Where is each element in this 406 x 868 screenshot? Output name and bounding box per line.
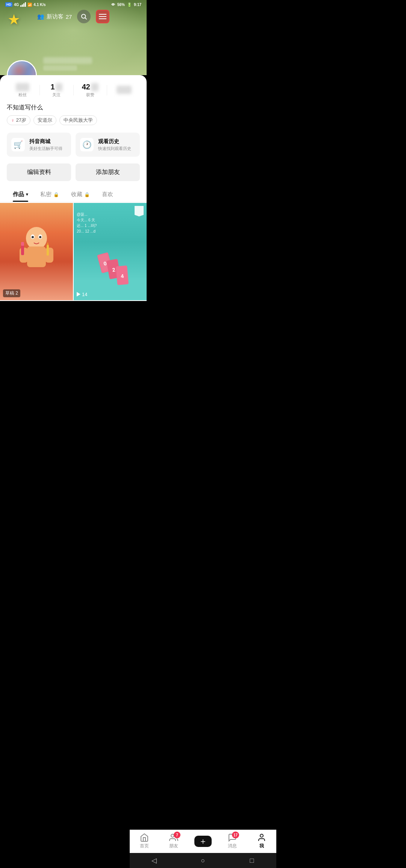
username-blurred xyxy=(43,57,92,64)
bio-text: 不知道写什么 xyxy=(7,104,140,112)
shop-action[interactable]: 🛒 抖音商城 美好生活触手可得 xyxy=(7,133,71,157)
tag-location[interactable]: 安道尔 xyxy=(33,115,56,125)
tab-works-label: 作品 xyxy=(13,191,24,198)
tab-likes-label: 喜欢 xyxy=(102,191,113,198)
tab-private[interactable]: 私密 🔒 xyxy=(34,186,65,202)
status-right: 👁 56% 🔋 9:17 xyxy=(111,3,141,7)
username-cover xyxy=(43,57,92,71)
history-action[interactable]: 🕐 观看历史 快速找到观看历史 xyxy=(76,133,140,157)
location-label: 安道尔 xyxy=(38,117,52,124)
svg-rect-15 xyxy=(21,242,24,246)
stat-divider-2 xyxy=(73,85,74,95)
menu-button[interactable] xyxy=(96,10,109,23)
likes-label: 获赞 xyxy=(86,92,94,98)
bio-section: 不知道写什么 ♀ 27岁 安道尔 中央民族大学 xyxy=(0,101,147,129)
clock-time: 9:17 xyxy=(134,3,141,7)
play-count: 14 xyxy=(82,292,87,297)
shop-subtitle: 美好生活触手可得 xyxy=(29,146,62,151)
following-count: 1 xyxy=(51,83,55,91)
avatar-area xyxy=(7,60,37,75)
draft-badge: 草稿 2 xyxy=(3,289,20,297)
likes-count: 42 xyxy=(82,83,90,91)
shop-icon: 🛒 xyxy=(11,138,25,151)
tab-favorites-label: 收藏 xyxy=(71,191,82,198)
tag-school[interactable]: 中央民族大学 xyxy=(59,115,97,125)
search-button[interactable] xyxy=(77,10,91,23)
quick-actions: 🛒 抖音商城 美好生活触手可得 🕐 观看历史 快速找到观看历史 xyxy=(0,129,147,160)
tab-private-label: 私密 xyxy=(40,191,52,198)
tab-favorites[interactable]: 收藏 🔒 xyxy=(65,186,96,202)
tags-row: ♀ 27岁 安道尔 中央民族大学 xyxy=(7,115,140,125)
tab-works[interactable]: 作品 ▾ xyxy=(7,186,34,202)
wifi-icon: 📶 xyxy=(27,3,32,7)
likes-suffix-blurred xyxy=(91,83,98,91)
cover-nav: 👥 新访客 27 xyxy=(0,10,147,23)
age-label: 27岁 xyxy=(16,117,26,124)
svg-text:4: 4 xyxy=(121,273,124,279)
status-bar: HD 4G 📶 4.1 K/s 👁 56% 🔋 9:17 xyxy=(0,0,147,8)
school-label: 中央民族大学 xyxy=(64,117,93,124)
video-thumb-2-deco: 0 2 4 xyxy=(74,203,147,300)
edit-profile-button[interactable]: 编辑资料 xyxy=(7,163,71,181)
following-suffix-blurred xyxy=(56,83,62,91)
svg-point-0 xyxy=(82,14,86,18)
following-label: 关注 xyxy=(52,92,61,98)
history-subtitle: 快速找到观看历史 xyxy=(98,146,131,151)
stat-fans[interactable]: 粉丝 xyxy=(7,83,39,98)
avatar-image xyxy=(8,61,36,75)
gender-icon: ♀ xyxy=(11,118,15,123)
stat-divider-1 xyxy=(39,85,40,95)
stat-divider-3 xyxy=(107,85,107,95)
tab-arrow-icon: ▾ xyxy=(26,192,28,197)
eye-icon: 👁 xyxy=(111,3,115,7)
battery-icon: 🔋 xyxy=(127,3,132,7)
history-icon: 🕐 xyxy=(80,138,94,151)
stat-extra[interactable] xyxy=(108,86,140,95)
user-id-blurred xyxy=(43,65,77,71)
tabs-row: 作品 ▾ 私密 🔒 收藏 🔒 喜欢 xyxy=(0,186,147,202)
history-title: 观看历史 xyxy=(98,138,131,145)
video-thumb-1[interactable]: 草稿 2 xyxy=(0,203,73,300)
shop-texts: 抖音商城 美好生活触手可得 xyxy=(29,138,62,151)
hd-badge: HD xyxy=(5,2,12,7)
stat-likes[interactable]: 42 获赞 xyxy=(74,83,106,98)
new-visitors-button[interactable]: 👥 新访客 27 xyxy=(37,13,72,20)
fans-label: 粉丝 xyxy=(18,92,27,98)
add-friend-button[interactable]: 添加朋友 xyxy=(76,163,140,181)
stats-row: 粉丝 1 关注 42 获赞 xyxy=(0,75,147,101)
svg-line-1 xyxy=(85,18,87,19)
play-icon xyxy=(77,292,80,296)
svg-point-6 xyxy=(28,229,45,246)
video-grid: 草稿 2 @菠...今天... 6 天还... 1 ...吗?20... 12 … xyxy=(0,202,147,301)
svg-rect-13 xyxy=(45,248,53,263)
tag-gender-age[interactable]: ♀ 27岁 xyxy=(7,115,30,125)
tab-private-lock-icon: 🔒 xyxy=(53,192,59,197)
content-card: 粉丝 1 关注 42 获赞 不知道写什么 xyxy=(0,75,147,301)
play-count-badge: 14 xyxy=(77,292,87,297)
cover-area: ★ 👥 新访客 27 xyxy=(0,0,147,75)
fans-count-blurred xyxy=(16,83,29,91)
video-thumb-2[interactable]: @菠...今天... 6 天还... 1 ...吗?20... 12 ...d … xyxy=(74,203,147,300)
tab-favorites-lock-icon: 🔒 xyxy=(84,192,90,197)
history-texts: 观看历史 快速找到观看历史 xyxy=(98,138,131,151)
new-visitors-count: 27 xyxy=(66,14,72,20)
shop-title: 抖音商城 xyxy=(29,138,62,145)
new-visitors-label: 新访客 xyxy=(47,13,64,20)
svg-point-9 xyxy=(32,236,34,238)
svg-marker-17 xyxy=(47,242,49,245)
avatar[interactable] xyxy=(7,60,37,75)
svg-rect-16 xyxy=(47,245,49,256)
network-speed: 4.1 K/s xyxy=(33,3,45,7)
tab-likes[interactable]: 喜欢 xyxy=(96,186,119,202)
status-left: HD 4G 📶 4.1 K/s xyxy=(5,2,46,7)
action-buttons: 编辑资料 添加朋友 xyxy=(0,160,147,186)
signal-icon xyxy=(20,2,26,7)
network-icon: 4G xyxy=(14,3,19,7)
battery-level: 56% xyxy=(117,3,125,7)
extra-count-blurred xyxy=(117,86,132,94)
visitors-icon: 👥 xyxy=(37,13,44,20)
stat-following[interactable]: 1 关注 xyxy=(41,83,73,98)
svg-rect-11 xyxy=(27,246,46,267)
svg-point-10 xyxy=(39,236,41,238)
video-thumb-1-deco xyxy=(0,203,73,300)
